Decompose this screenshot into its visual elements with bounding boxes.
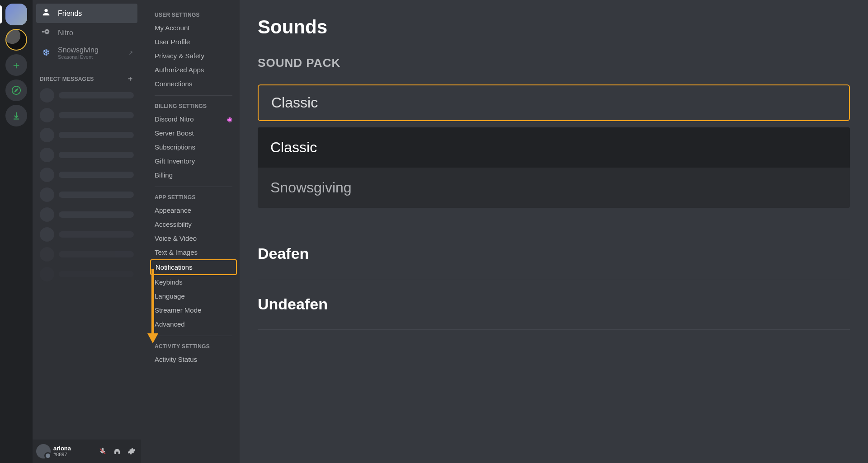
friends-icon [41,7,52,19]
sound-setting-row[interactable]: Undeafen [258,279,850,330]
home-server-button[interactable] [5,4,27,25]
add-server-button[interactable]: ＋ [5,54,27,76]
user-tag: #8897 [53,452,71,457]
settings-item-label: Billing [155,171,173,179]
separator [155,187,232,187]
settings-item-label: Streamer Mode [155,306,201,314]
nitro-icon [41,27,52,39]
settings-item-label: Appearance [155,206,191,214]
event-subtitle: Seasonal Event [58,54,99,60]
sound-pack-select[interactable]: Classic [258,84,850,121]
sound-pack-option[interactable]: Classic [258,127,850,168]
settings-item-language[interactable]: Language [150,289,237,303]
settings-item-label: Language [155,292,185,300]
sound-pack-selected: Classic [271,94,318,111]
settings-item-label: Discord Nitro [155,115,194,123]
user-panel: ariona #8897 [33,440,141,463]
settings-item-label: Keybinds [155,278,183,286]
settings-group-title: APP SETTINGS [150,192,237,203]
event-title: Snowsgiving [58,46,99,54]
dm-header-label: DIRECT MESSAGES [40,76,94,82]
settings-item-accessibility[interactable]: Accessibility [150,217,237,231]
settings-item-label: Connections [155,80,192,88]
separator [155,336,232,336]
server-icon[interactable] [5,29,27,51]
dm-placeholder [36,85,137,105]
settings-item-privacy-safety[interactable]: Privacy & Safety [150,49,237,63]
external-link-icon: ↗ [128,50,133,56]
sound-pack-option[interactable]: Snowsgiving [258,168,850,208]
settings-group-title: BILLING SETTINGS [150,100,237,112]
settings-group-title: USER SETTINGS [150,9,237,21]
settings-item-user-profile[interactable]: User Profile [150,35,237,49]
settings-item-billing[interactable]: Billing [150,168,237,182]
friends-label: Friends [58,9,82,18]
user-avatar[interactable] [36,444,51,458]
settings-sidebar: USER SETTINGSMy AccountUser ProfilePriva… [141,0,240,463]
sound-setting-row[interactable]: Deafen [258,229,850,279]
settings-item-streamer-mode[interactable]: Streamer Mode [150,303,237,317]
dm-placeholder [36,264,137,284]
settings-item-label: Server Boost [155,129,194,137]
dm-placeholder [36,165,137,185]
settings-item-label: Gift Inventory [155,157,195,165]
settings-item-label: Voice & Video [155,234,197,242]
explore-servers-button[interactable] [5,80,27,101]
settings-item-label: Notifications [156,263,193,271]
settings-item-subscriptions[interactable]: Subscriptions [150,140,237,154]
settings-content: Sounds SOUND PACK Classic ClassicSnowsgi… [240,0,868,463]
dm-placeholder [36,244,137,264]
deafen-button[interactable] [111,445,123,457]
settings-item-connections[interactable]: Connections [150,77,237,91]
settings-item-label: Text & Images [155,248,198,256]
settings-item-label: Subscriptions [155,143,195,151]
user-name: ariona [53,445,71,452]
snowsgiving-nav[interactable]: ❄ Snowsgiving Seasonal Event ↗ [36,42,137,63]
nitro-badge-icon: ◉ [227,116,232,123]
dm-sidebar: Friends Nitro ❄ Snowsgiving Seasonal Eve… [33,0,141,463]
page-title: Sounds [258,16,850,38]
settings-item-notifications[interactable]: Notifications [150,259,237,275]
compass-icon [11,85,21,95]
settings-item-appearance[interactable]: Appearance [150,203,237,217]
friends-nav[interactable]: Friends [36,4,137,23]
settings-item-label: User Profile [155,38,190,46]
settings-item-label: Activity Status [155,355,197,363]
settings-item-activity-status[interactable]: Activity Status [150,352,237,366]
download-apps-button[interactable] [5,105,27,126]
nitro-nav[interactable]: Nitro [36,23,137,42]
mute-button[interactable] [97,445,108,457]
sound-pack-dropdown: ClassicSnowsgiving [258,127,850,208]
svg-marker-1 [14,89,18,92]
settings-item-server-boost[interactable]: Server Boost [150,126,237,140]
settings-item-keybinds[interactable]: Keybinds [150,275,237,289]
dm-placeholder [36,185,137,205]
settings-item-my-account[interactable]: My Account [150,21,237,35]
dm-placeholder [36,105,137,125]
settings-group-title: ACTIVITY SETTINGS [150,341,237,352]
headphones-icon [113,447,121,455]
svg-rect-4 [42,31,45,33]
settings-item-advanced[interactable]: Advanced [150,317,237,331]
settings-item-gift-inventory[interactable]: Gift Inventory [150,154,237,168]
create-dm-button[interactable]: ＋ [127,74,134,84]
dm-placeholder [36,224,137,244]
settings-item-discord-nitro[interactable]: Discord Nitro◉ [150,112,237,126]
mic-muted-icon [99,447,107,455]
server-rail: ＋ [0,0,33,463]
snowflake-icon: ❄ [41,47,52,59]
dm-list [33,85,141,284]
settings-item-label: Authorized Apps [155,66,204,74]
nitro-label: Nitro [58,29,73,37]
settings-item-authorized-apps[interactable]: Authorized Apps [150,63,237,77]
gear-icon [127,447,136,455]
settings-item-voice-video[interactable]: Voice & Video [150,231,237,245]
settings-item-label: Accessibility [155,220,192,228]
settings-item-text-images[interactable]: Text & Images [150,245,237,259]
dm-placeholder [36,205,137,224]
download-icon [12,111,21,120]
dm-placeholder [36,145,137,165]
user-settings-button[interactable] [126,445,137,457]
settings-item-label: My Account [155,24,190,32]
svg-point-3 [46,31,48,33]
